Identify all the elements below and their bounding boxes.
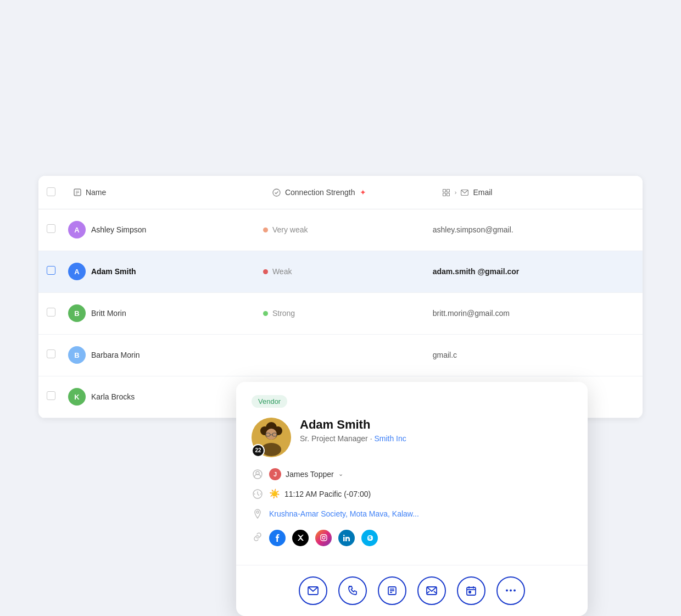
row-name-cell: B Britt Morin bbox=[64, 292, 263, 334]
sun-emoji: ☀️ bbox=[269, 489, 280, 499]
email-action-button[interactable] bbox=[299, 576, 327, 605]
avatar-badge: 22 bbox=[252, 444, 265, 457]
owner-content: J James Topper ⌄ bbox=[269, 468, 343, 480]
row-checkbox[interactable] bbox=[47, 224, 55, 233]
row-name-cell: A Ashley Simpson bbox=[64, 209, 263, 251]
row-checkbox[interactable] bbox=[47, 391, 55, 400]
row-name-text: Adam Smith bbox=[91, 267, 136, 276]
row-checkbox[interactable] bbox=[47, 349, 55, 358]
twitter-x-icon[interactable] bbox=[292, 530, 309, 546]
check-circle-icon bbox=[272, 187, 282, 197]
row-checkbox-cell bbox=[38, 376, 64, 418]
table-row[interactable]: A Ashley Simpson Very weak ashley.simpso… bbox=[38, 209, 643, 251]
owner-row: J James Topper ⌄ bbox=[252, 468, 572, 480]
svg-rect-29 bbox=[343, 537, 345, 541]
svg-rect-43 bbox=[469, 591, 471, 593]
row-avatar: A bbox=[68, 263, 86, 280]
row-strength-cell: Strong bbox=[263, 292, 433, 334]
row-checkbox[interactable] bbox=[47, 308, 55, 317]
svg-point-4 bbox=[273, 189, 280, 196]
row-checkbox-cell bbox=[38, 209, 64, 251]
row-checkbox-cell bbox=[38, 292, 64, 334]
row-checkbox-cell bbox=[38, 251, 64, 292]
svg-rect-8 bbox=[447, 193, 450, 196]
row-checkbox-cell bbox=[38, 334, 64, 376]
select-all-checkbox[interactable] bbox=[47, 187, 55, 196]
svg-point-28 bbox=[325, 536, 326, 537]
time-row: ☀️ 11:12 AM Pacific (-07:00) bbox=[252, 488, 572, 500]
table-header-row: Name Connection Strength bbox=[38, 176, 643, 209]
vendor-tag: Vendor bbox=[252, 395, 287, 408]
person-title: Sr. Project Manager · Smith Inc bbox=[300, 434, 572, 443]
note-action-button[interactable] bbox=[378, 576, 406, 605]
person-name: Adam Smith bbox=[300, 418, 572, 432]
svg-point-27 bbox=[322, 536, 325, 539]
linkedin-icon[interactable] bbox=[338, 530, 355, 546]
strength-dot bbox=[263, 269, 268, 274]
person-header: 22 Adam Smith Sr. Project Manager · Smit… bbox=[252, 418, 572, 457]
table-row[interactable]: A Adam Smith Weak adam.smith @gmail.cor bbox=[38, 251, 643, 292]
strength-inner: Weak bbox=[263, 267, 433, 276]
svg-point-23 bbox=[254, 493, 255, 495]
row-strength-cell: Very weak bbox=[263, 209, 433, 251]
row-email-cell: adam.smith @gmail.cor bbox=[433, 251, 643, 292]
svg-point-25 bbox=[256, 511, 259, 513]
calendar-action-button[interactable] bbox=[457, 576, 485, 605]
col-header-strength: Connection Strength ✦ bbox=[263, 176, 433, 209]
row-name-text: Ashley Simpson bbox=[91, 225, 146, 234]
location-icon bbox=[252, 508, 264, 520]
svg-point-44 bbox=[506, 590, 508, 592]
table-row[interactable]: B Britt Morin Strong britt.morin@gmail.c… bbox=[38, 292, 643, 334]
contact-popup-card: Vendor bbox=[236, 382, 588, 616]
skype-icon[interactable] bbox=[361, 530, 378, 546]
more-action-button[interactable] bbox=[496, 576, 525, 605]
owner-icon bbox=[252, 468, 264, 480]
header-checkbox-cell bbox=[38, 176, 64, 209]
facebook-icon[interactable] bbox=[269, 530, 286, 546]
link-icon bbox=[252, 531, 264, 543]
svg-rect-5 bbox=[443, 189, 446, 192]
phone-action-button[interactable] bbox=[338, 576, 367, 605]
col-email-label: Email bbox=[473, 188, 492, 197]
row-name-text: Karla Brocks bbox=[91, 392, 135, 401]
time-icon bbox=[252, 488, 264, 500]
owner-avatar: J bbox=[269, 468, 281, 480]
svg-point-16 bbox=[266, 429, 277, 440]
person-info: Adam Smith Sr. Project Manager · Smith I… bbox=[300, 418, 572, 443]
time-text: 11:12 AM Pacific (-07:00) bbox=[284, 490, 371, 498]
owner-avatar-letter: J bbox=[273, 471, 277, 478]
svg-point-24 bbox=[260, 493, 261, 495]
company-link[interactable]: Smith Inc bbox=[374, 434, 406, 443]
row-name-cell: K Karla Brocks bbox=[64, 376, 263, 418]
svg-rect-39 bbox=[467, 587, 476, 595]
location-text[interactable]: Krushna-Amar Society, Mota Mava, Kalaw..… bbox=[269, 509, 419, 518]
strength-text: Weak bbox=[272, 267, 292, 276]
row-name-cell: A Adam Smith bbox=[64, 251, 263, 292]
row-name-text: Britt Morin bbox=[91, 309, 126, 318]
strength-inner: Very weak bbox=[263, 225, 433, 234]
location-content: Krushna-Amar Society, Mota Mava, Kalaw..… bbox=[269, 509, 419, 518]
row-email-cell: britt.morin@gmail.com bbox=[433, 292, 643, 334]
svg-point-46 bbox=[513, 590, 516, 592]
strength-text: Very weak bbox=[272, 225, 308, 234]
mail-col-icon bbox=[460, 187, 470, 197]
row-name-cell: B Barbara Morin bbox=[64, 334, 263, 376]
chevron-down-icon[interactable]: ⌄ bbox=[338, 470, 343, 478]
table-row[interactable]: B Barbara Morin gmail.c bbox=[38, 334, 643, 376]
row-checkbox[interactable] bbox=[47, 266, 55, 275]
strength-dot bbox=[263, 311, 268, 316]
instagram-icon[interactable] bbox=[315, 530, 332, 546]
row-name-text: Barbara Morin bbox=[91, 351, 140, 359]
row-avatar: B bbox=[68, 304, 86, 322]
row-strength-cell bbox=[263, 334, 433, 376]
col-strength-label: Connection Strength bbox=[285, 188, 355, 197]
row-avatar: A bbox=[68, 221, 86, 238]
col-header-email: › Email bbox=[433, 176, 643, 209]
message-action-button[interactable] bbox=[417, 576, 446, 605]
svg-rect-7 bbox=[443, 193, 446, 196]
row-email-cell: gmail.c bbox=[433, 334, 643, 376]
col-name-label: Name bbox=[86, 188, 106, 197]
strength-dot bbox=[263, 227, 268, 232]
social-icons-row bbox=[269, 530, 378, 546]
row-strength-cell: Weak bbox=[263, 251, 433, 292]
